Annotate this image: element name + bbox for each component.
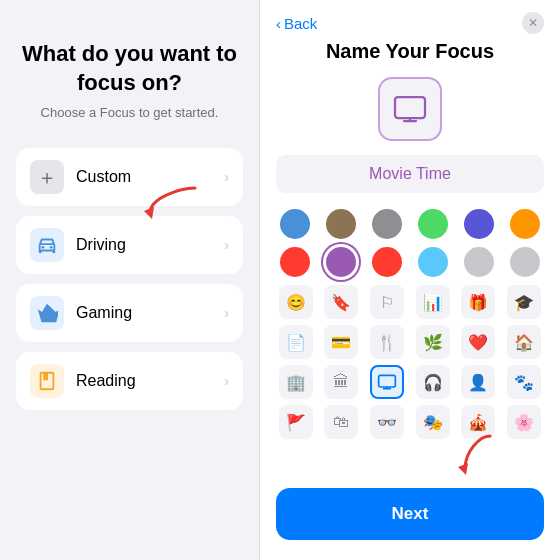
icon-arrow-indicator xyxy=(450,431,500,485)
icon-cell-7[interactable]: 💳 xyxy=(324,325,358,359)
left-title: What do you want to focus on? xyxy=(16,40,243,97)
color-dot-2[interactable] xyxy=(372,209,402,239)
back-label: Back xyxy=(284,15,317,32)
icon-cell-9[interactable]: 🌿 xyxy=(416,325,450,359)
selected-icon-large xyxy=(378,77,442,141)
right-header: ‹ Back ✕ xyxy=(260,0,560,40)
focus-item-gaming[interactable]: Gaming › xyxy=(16,284,243,342)
svg-rect-4 xyxy=(379,375,396,387)
custom-icon: ＋ xyxy=(30,160,64,194)
custom-label: Custom xyxy=(76,168,212,186)
gaming-label: Gaming xyxy=(76,304,212,322)
focus-item-reading[interactable]: Reading › xyxy=(16,352,243,410)
focus-name-input[interactable] xyxy=(290,165,530,183)
color-dot-7[interactable] xyxy=(326,247,356,277)
icon-cell-19[interactable]: 🛍 xyxy=(324,405,358,439)
icon-cell-8[interactable]: 🍴 xyxy=(370,325,404,359)
chevron-icon: › xyxy=(224,373,229,389)
reading-label: Reading xyxy=(76,372,212,390)
icon-cell-15[interactable]: 🎧 xyxy=(416,365,450,399)
left-subtitle: Choose a Focus to get started. xyxy=(41,105,219,120)
right-title: Name Your Focus xyxy=(326,40,494,63)
icon-cell-16[interactable]: 👤 xyxy=(461,365,495,399)
color-dot-6[interactable] xyxy=(280,247,310,277)
focus-item-custom[interactable]: ＋ Custom › xyxy=(16,148,243,206)
reading-icon xyxy=(30,364,64,398)
icon-grid: 😊🔖⚐📊🎁🎓📄💳🍴🌿❤️🏠🏢🏛 🎧👤🐾🚩🛍👓🎭🎪🌸 xyxy=(276,285,544,439)
focus-list: ＋ Custom › Driving › Gaming › Reading xyxy=(16,148,243,410)
close-button[interactable]: ✕ xyxy=(522,12,544,34)
icon-cell-18[interactable]: 🚩 xyxy=(279,405,313,439)
chevron-icon: › xyxy=(224,169,229,185)
color-dot-3[interactable] xyxy=(418,209,448,239)
color-dot-10[interactable] xyxy=(464,247,494,277)
icon-cell-5[interactable]: 🎓 xyxy=(507,285,541,319)
gaming-icon xyxy=(30,296,64,330)
icon-cell-14[interactable] xyxy=(370,365,404,399)
color-dot-1[interactable] xyxy=(326,209,356,239)
icon-cell-17[interactable]: 🐾 xyxy=(507,365,541,399)
back-chevron-icon: ‹ xyxy=(276,15,281,32)
icon-cell-3[interactable]: 📊 xyxy=(416,285,450,319)
icon-cell-1[interactable]: 🔖 xyxy=(324,285,358,319)
next-button[interactable]: Next xyxy=(276,488,544,540)
color-dot-8[interactable] xyxy=(372,247,402,277)
icon-cell-13[interactable]: 🏛 xyxy=(324,365,358,399)
icon-cell-10[interactable]: ❤️ xyxy=(461,325,495,359)
driving-icon xyxy=(30,228,64,262)
color-dot-0[interactable] xyxy=(280,209,310,239)
color-dot-4[interactable] xyxy=(464,209,494,239)
icon-cell-2[interactable]: ⚐ xyxy=(370,285,404,319)
svg-rect-3 xyxy=(395,97,425,118)
color-dot-11[interactable] xyxy=(510,247,540,277)
svg-point-0 xyxy=(42,246,45,249)
right-panel: ‹ Back ✕ Name Your Focus 😊🔖⚐📊🎁🎓📄💳🍴🌿❤️🏠🏢🏛… xyxy=(260,0,560,560)
svg-marker-5 xyxy=(458,463,468,475)
icon-cell-21[interactable]: 🎭 xyxy=(416,405,450,439)
left-panel: What do you want to focus on? Choose a F… xyxy=(0,0,260,560)
icon-cell-0[interactable]: 😊 xyxy=(279,285,313,319)
icon-cell-11[interactable]: 🏠 xyxy=(507,325,541,359)
chevron-icon: › xyxy=(224,305,229,321)
driving-label: Driving xyxy=(76,236,212,254)
svg-point-1 xyxy=(50,246,53,249)
icon-cell-4[interactable]: 🎁 xyxy=(461,285,495,319)
back-button[interactable]: ‹ Back xyxy=(276,15,317,32)
name-input-container xyxy=(276,155,544,193)
chevron-icon: › xyxy=(224,237,229,253)
icon-cell-20[interactable]: 👓 xyxy=(370,405,404,439)
icon-cell-6[interactable]: 📄 xyxy=(279,325,313,359)
color-grid xyxy=(276,209,544,277)
color-dot-9[interactable] xyxy=(418,247,448,277)
color-dot-5[interactable] xyxy=(510,209,540,239)
icon-cell-22[interactable]: 🎪 xyxy=(461,405,495,439)
icon-cell-23[interactable]: 🌸 xyxy=(507,405,541,439)
icon-cell-12[interactable]: 🏢 xyxy=(279,365,313,399)
focus-item-driving[interactable]: Driving › xyxy=(16,216,243,274)
